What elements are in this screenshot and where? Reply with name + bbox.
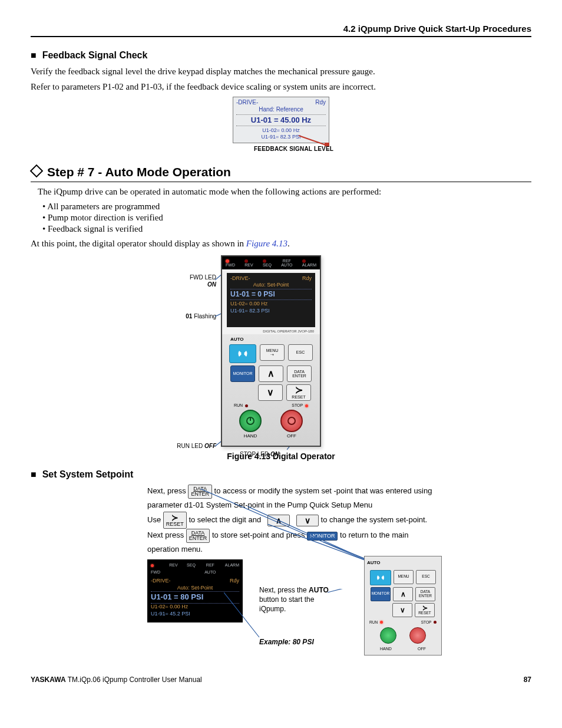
stop-led-icon (434, 621, 437, 624)
reset-button[interactable]: ≻RESET (415, 603, 435, 617)
lcd-rdy: Rdy (315, 99, 326, 107)
down-button[interactable]: ∨ (296, 515, 319, 526)
section-number-title: 4.2 iQpump Drive Quick Start-Up Procedur… (343, 24, 531, 34)
feedback-lcd: -DRIVE- Rdy Hand: Reference U1-01 = 45.0… (233, 97, 329, 144)
lcd-drive: -DRIVE- (236, 99, 258, 107)
feedback-p1: Verify the feedback signal level the dri… (31, 65, 531, 77)
anno-stop-led: STOP LED ON (240, 451, 310, 458)
up-button[interactable]: ∧ (267, 515, 290, 526)
data-enter-button[interactable]: DATAENTER (188, 485, 212, 499)
anno-run-led: RUN LED OFF (163, 443, 216, 450)
step7-after: At this point, the digital operator shou… (31, 238, 531, 249)
step7-bullets: • All parameters are programmed • Pump m… (42, 202, 531, 234)
menu-button[interactable]: MENU⇢ (260, 344, 285, 361)
led-bar: FWD REV SEQ REFAUTO ALARM (222, 256, 320, 269)
down-button[interactable]: ∨ (392, 603, 412, 617)
square-bullet-icon: ■ (31, 50, 37, 60)
off-button[interactable] (409, 627, 426, 644)
operator-model-label: DIGITAL OPERATOR JVOP-180 (222, 330, 320, 334)
operator-figure: FWD LEDON 01 Flashing RUN LED OFF STOP L… (104, 255, 458, 447)
feedback-caption: FEEDBACK SIGNAL LEVEL (134, 146, 428, 152)
fwd-led-icon (151, 564, 154, 567)
step7-intro: The iQpump drive can be operated in auto… (38, 186, 531, 197)
diamond-icon (30, 164, 44, 178)
list-item: • All parameters are programmed (42, 202, 531, 212)
run-led-icon (245, 404, 248, 407)
feedback-heading: ■Feedback Signal Check (31, 50, 531, 61)
brand-label: YASKAWA (31, 676, 66, 684)
feedback-p2: Refer to parameters P1-02 and P1-03, if … (31, 81, 531, 93)
esc-button[interactable]: ESC (288, 344, 313, 361)
section-header: 4.2 iQpump Drive Quick Start-Up Procedur… (31, 24, 531, 37)
data-enter-button[interactable]: DATAENTER (415, 587, 435, 601)
lcd-u101: U1-01 = 45.00 Hz (236, 114, 326, 126)
mini-keypad: AUTO MENU ESC MONITOR ∧ DATAENTER ∨ ≻RES… (364, 556, 442, 655)
stop-led-icon (305, 404, 308, 407)
setpoint-instructions: Next, press DATAENTER to access or modif… (147, 485, 454, 622)
lcd-u191: U1-91= 82.3 PSI (236, 134, 326, 140)
reset-button[interactable]: ≻RESET (286, 384, 311, 401)
menu-button[interactable]: MENU (394, 570, 414, 584)
setpoint-heading: ■Set System Setpoint (31, 469, 531, 480)
down-button[interactable]: ∨ (258, 384, 283, 401)
auto-note: Next, press the AUTO button to start the… (259, 585, 342, 614)
auto-button[interactable] (370, 570, 391, 585)
step7-heading: Step # 7 - Auto Mode Operation (31, 165, 531, 182)
operator-lcd: -DRIVE- Rdy Auto: Set-Point U1-01 = 0 PS… (227, 273, 315, 327)
list-item: • Feedback signal is verified (42, 224, 531, 234)
data-enter-button[interactable]: DATAENTER (186, 529, 210, 543)
data-enter-button[interactable]: DATAENTER (287, 365, 312, 382)
monitor-button[interactable]: MONITOR (230, 365, 255, 382)
example-label: Example: 80 PSI (259, 636, 314, 648)
esc-button[interactable]: ESC (416, 570, 436, 584)
keypad: AUTO MENU⇢ ESC MONITOR ∧ DATAENTER ∨ ≻RE… (222, 334, 320, 446)
svg-point-8 (288, 417, 295, 424)
monitor-button[interactable]: MONITOR (307, 532, 338, 541)
up-button[interactable]: ∧ (259, 365, 283, 382)
off-button[interactable] (280, 410, 303, 432)
square-bullet-icon: ■ (31, 469, 37, 479)
anno-fwd-led: FWD LEDON (157, 274, 216, 288)
hand-button[interactable] (380, 627, 396, 644)
list-item: • Pump motor direction is verified (42, 213, 531, 223)
auto-button[interactable] (229, 344, 256, 363)
doc-label: TM.iQp.06 iQpump Controller User Manual (66, 676, 202, 684)
digital-operator: FWD REV SEQ REFAUTO ALARM -DRIVE- Rdy Au… (221, 255, 321, 447)
monitor-button[interactable]: MONITOR (371, 587, 391, 601)
setpoint-lcd: FWD REV SEQ REFAUTO ALARM -DRIVE- Rdy Au… (147, 559, 243, 622)
lcd-mode: Hand: Reference (236, 106, 326, 114)
lcd-u102: U1-02= 0.00 Hz (236, 127, 326, 134)
reset-button[interactable]: ≻RESET (163, 512, 187, 529)
page-number: 87 (524, 676, 531, 684)
anno-flashing: 01 Flashing (169, 313, 216, 320)
page-footer: YASKAWA TM.iQp.06 iQpump Controller User… (31, 676, 531, 684)
hand-button[interactable] (239, 410, 262, 432)
run-led-icon (380, 621, 383, 624)
up-button[interactable]: ∧ (393, 587, 413, 601)
figure-link[interactable]: Figure 4.13 (246, 239, 287, 248)
